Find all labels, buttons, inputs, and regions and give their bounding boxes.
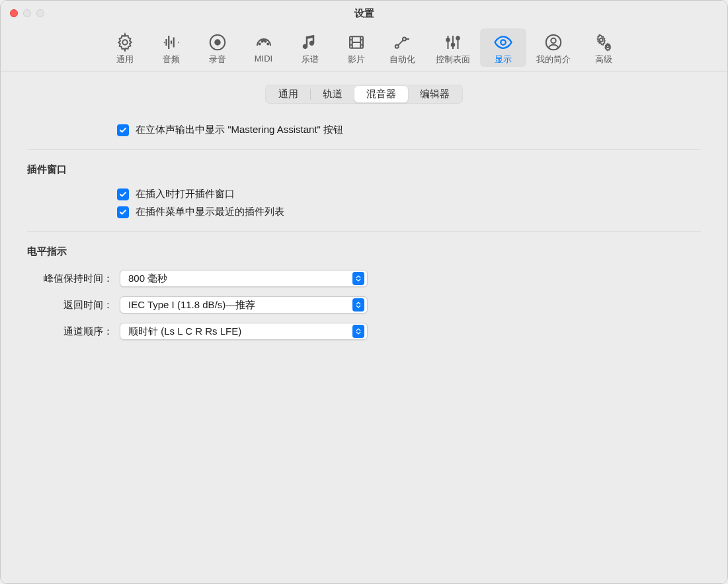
toolbar-advanced[interactable]: 高级 xyxy=(581,28,627,67)
midi-icon xyxy=(254,31,274,54)
record-icon xyxy=(208,31,227,54)
toolbar-advanced-label: 高级 xyxy=(595,54,612,65)
close-window-button[interactable] xyxy=(10,9,18,17)
toolbar-audio[interactable]: 音频 xyxy=(148,28,194,67)
toolbar-score-label: 乐谱 xyxy=(302,54,319,65)
toolbar-display[interactable]: 显示 xyxy=(480,28,526,67)
toolbar-record-label: 录音 xyxy=(209,54,226,65)
return-time-label: 返回时间： xyxy=(27,299,113,312)
svg-point-12 xyxy=(451,44,454,47)
checkbox-open-plugin-on-insert[interactable] xyxy=(117,188,129,200)
tab-editors[interactable]: 编辑器 xyxy=(408,86,462,103)
return-time-select[interactable]: IEC Type I (11.8 dB/s)—推荐 xyxy=(120,296,368,313)
toolbar-midi-label: MIDI xyxy=(255,54,272,63)
window-title: 设置 xyxy=(10,7,718,20)
svg-point-9 xyxy=(395,45,398,48)
peak-hold-time-select[interactable]: 800 毫秒 xyxy=(120,270,368,287)
section-plugin-window-header: 插件窗口 xyxy=(27,163,701,176)
checkbox-show-recent-plugins-label: 在插件菜单中显示最近的插件列表 xyxy=(136,206,284,218)
toolbar-midi[interactable]: MIDI xyxy=(241,28,287,67)
toolbar-audio-label: 音频 xyxy=(163,54,180,65)
film-icon xyxy=(346,31,366,54)
toolbar-automation[interactable]: 自动化 xyxy=(380,28,426,67)
preferences-toolbar: 通用 音频 录音 MIDI 乐谱 xyxy=(1,26,727,71)
toolbar-movie-label: 影片 xyxy=(348,54,365,65)
svg-point-17 xyxy=(599,38,602,42)
toolbar-movie[interactable]: 影片 xyxy=(333,28,380,67)
toolbar-display-label: 显示 xyxy=(495,54,512,65)
svg-point-11 xyxy=(446,38,450,42)
automation-icon xyxy=(393,31,413,54)
select-arrows-icon xyxy=(352,325,364,338)
checkbox-mastering-assistant-label: 在立体声输出中显示 "Mastering Assistant" 按钮 xyxy=(136,124,343,136)
svg-point-6 xyxy=(267,44,268,45)
eye-icon xyxy=(493,31,513,54)
svg-point-5 xyxy=(264,41,266,42)
toolbar-general[interactable]: 通用 xyxy=(102,28,148,67)
channel-order-label: 通道顺序： xyxy=(27,325,113,338)
svg-point-14 xyxy=(501,40,506,45)
svg-point-3 xyxy=(259,44,260,45)
toolbar-general-label: 通用 xyxy=(116,54,134,65)
content-area: 通用 轨道 混音器 编辑器 在立体声输出中显示 "Mastering Assis… xyxy=(1,71,727,583)
svg-point-0 xyxy=(122,40,128,45)
tab-tracks[interactable]: 轨道 xyxy=(311,86,354,103)
toolbar-automation-label: 自动化 xyxy=(389,54,415,65)
checkbox-show-recent-plugins[interactable] xyxy=(117,206,129,218)
checkbox-mastering-assistant[interactable] xyxy=(117,124,129,136)
toolbar-my-info-label: 我的简介 xyxy=(536,54,571,65)
traffic-lights xyxy=(10,9,44,17)
svg-point-4 xyxy=(261,41,263,42)
tab-general[interactable]: 通用 xyxy=(266,86,310,103)
titlebar: 设置 xyxy=(1,1,727,26)
checkbox-open-plugin-on-insert-label: 在插入时打开插件窗口 xyxy=(136,188,235,200)
minimize-window-button[interactable] xyxy=(23,9,31,17)
svg-point-13 xyxy=(456,37,460,40)
sliders-icon xyxy=(443,31,463,54)
waveform-icon xyxy=(161,31,181,54)
gears-icon xyxy=(594,31,614,54)
peak-hold-time-value: 800 毫秒 xyxy=(128,272,352,285)
svg-point-10 xyxy=(403,38,406,41)
tab-mixer[interactable]: 混音器 xyxy=(354,86,408,103)
toolbar-control-surfaces-label: 控制表面 xyxy=(436,54,470,65)
section-level-meter-header: 电平指示 xyxy=(27,245,701,258)
svg-point-2 xyxy=(215,40,220,45)
toolbar-record[interactable]: 录音 xyxy=(194,28,241,67)
peak-hold-time-label: 峰值保持时间： xyxy=(27,272,113,285)
channel-order-select[interactable]: 顺时针 (Ls L C R Rs LFE) xyxy=(120,323,368,340)
select-arrows-icon xyxy=(352,272,364,285)
display-tabs: 通用 轨道 混音器 编辑器 xyxy=(265,85,463,104)
zoom-window-button[interactable] xyxy=(36,9,44,17)
return-time-value: IEC Type I (11.8 dB/s)—推荐 xyxy=(128,299,352,312)
divider xyxy=(27,149,701,150)
toolbar-control-surfaces[interactable]: 控制表面 xyxy=(426,28,480,67)
music-note-icon xyxy=(300,31,320,54)
channel-order-value: 顺时针 (Ls L C R Rs LFE) xyxy=(128,325,352,338)
user-icon xyxy=(544,31,563,54)
settings-window: 设置 通用 音频 录音 MIDI xyxy=(0,0,728,584)
toolbar-my-info[interactable]: 我的简介 xyxy=(526,28,581,67)
svg-point-16 xyxy=(551,38,556,44)
toolbar-score[interactable]: 乐谱 xyxy=(287,28,333,67)
select-arrows-icon xyxy=(352,298,364,312)
svg-point-7 xyxy=(263,40,264,41)
divider xyxy=(27,231,701,232)
svg-point-18 xyxy=(606,45,609,48)
gear-icon xyxy=(115,31,135,54)
